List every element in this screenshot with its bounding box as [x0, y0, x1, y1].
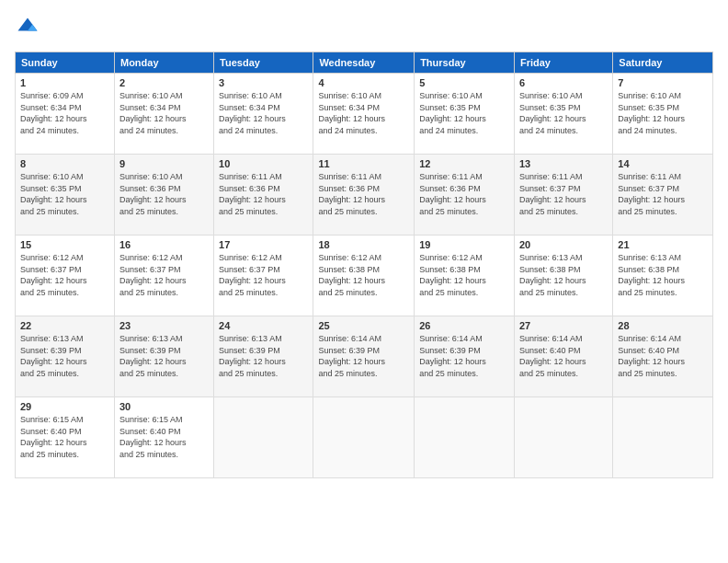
- calendar-week-row: 29Sunrise: 6:15 AMSunset: 6:40 PMDayligh…: [16, 397, 713, 478]
- day-info: Sunrise: 6:14 AMSunset: 6:39 PMDaylight:…: [419, 333, 509, 379]
- calendar-cell: 15Sunrise: 6:12 AMSunset: 6:37 PMDayligh…: [16, 236, 115, 316]
- calendar-cell: 14Sunrise: 6:11 AMSunset: 6:37 PMDayligh…: [613, 155, 713, 236]
- calendar-cell: 7Sunrise: 6:10 AMSunset: 6:35 PMDaylight…: [613, 74, 713, 155]
- day-info: Sunrise: 6:09 AMSunset: 6:34 PMDaylight:…: [20, 90, 109, 136]
- day-info: Sunrise: 6:10 AMSunset: 6:35 PMDaylight:…: [618, 90, 708, 136]
- calendar-week-row: 22Sunrise: 6:13 AMSunset: 6:39 PMDayligh…: [16, 316, 713, 397]
- calendar-cell: 1Sunrise: 6:09 AMSunset: 6:34 PMDaylight…: [16, 74, 115, 155]
- calendar-cell: [415, 397, 515, 478]
- calendar-cell: 20Sunrise: 6:13 AMSunset: 6:38 PMDayligh…: [514, 236, 612, 316]
- day-number: 26: [419, 320, 509, 331]
- day-info: Sunrise: 6:11 AMSunset: 6:36 PMDaylight:…: [219, 171, 308, 217]
- day-info: Sunrise: 6:10 AMSunset: 6:35 PMDaylight:…: [20, 171, 109, 217]
- day-info: Sunrise: 6:11 AMSunset: 6:36 PMDaylight:…: [419, 171, 509, 217]
- calendar-cell: 21Sunrise: 6:13 AMSunset: 6:38 PMDayligh…: [613, 236, 713, 316]
- calendar-cell: 18Sunrise: 6:12 AMSunset: 6:38 PMDayligh…: [313, 236, 415, 316]
- calendar-cell: 29Sunrise: 6:15 AMSunset: 6:40 PMDayligh…: [16, 397, 115, 478]
- day-info: Sunrise: 6:15 AMSunset: 6:40 PMDaylight:…: [20, 414, 109, 460]
- calendar-cell: 28Sunrise: 6:14 AMSunset: 6:40 PMDayligh…: [613, 316, 713, 397]
- day-number: 8: [20, 158, 109, 169]
- day-info: Sunrise: 6:10 AMSunset: 6:34 PMDaylight:…: [219, 90, 308, 136]
- day-info: Sunrise: 6:12 AMSunset: 6:37 PMDaylight:…: [119, 252, 209, 298]
- calendar-header-monday: Monday: [114, 52, 213, 74]
- day-info: Sunrise: 6:10 AMSunset: 6:35 PMDaylight:…: [419, 90, 509, 136]
- day-info: Sunrise: 6:12 AMSunset: 6:38 PMDaylight:…: [419, 252, 509, 298]
- day-info: Sunrise: 6:12 AMSunset: 6:37 PMDaylight:…: [20, 252, 109, 298]
- day-info: Sunrise: 6:11 AMSunset: 6:36 PMDaylight:…: [318, 171, 409, 217]
- calendar-week-row: 15Sunrise: 6:12 AMSunset: 6:37 PMDayligh…: [16, 236, 713, 316]
- day-number: 1: [20, 77, 109, 88]
- day-info: Sunrise: 6:10 AMSunset: 6:34 PMDaylight:…: [119, 90, 209, 136]
- day-number: 30: [119, 401, 209, 412]
- calendar-cell: 9Sunrise: 6:10 AMSunset: 6:36 PMDaylight…: [114, 155, 213, 236]
- calendar-cell: 10Sunrise: 6:11 AMSunset: 6:36 PMDayligh…: [214, 155, 313, 236]
- calendar-header-row: SundayMondayTuesdayWednesdayThursdayFrid…: [16, 52, 713, 74]
- day-number: 6: [519, 77, 608, 88]
- calendar-week-row: 1Sunrise: 6:09 AMSunset: 6:34 PMDaylight…: [16, 74, 713, 155]
- day-number: 4: [318, 77, 409, 88]
- calendar-header-sunday: Sunday: [16, 52, 115, 74]
- day-number: 17: [219, 239, 308, 250]
- calendar-cell: [514, 397, 612, 478]
- calendar-cell: [214, 397, 313, 478]
- calendar-cell: 17Sunrise: 6:12 AMSunset: 6:37 PMDayligh…: [214, 236, 313, 316]
- calendar-cell: 2Sunrise: 6:10 AMSunset: 6:34 PMDaylight…: [114, 74, 213, 155]
- logo-icon: [15, 15, 40, 40]
- calendar-cell: 11Sunrise: 6:11 AMSunset: 6:36 PMDayligh…: [313, 155, 415, 236]
- day-number: 10: [219, 158, 308, 169]
- calendar-header-saturday: Saturday: [613, 52, 713, 74]
- day-info: Sunrise: 6:11 AMSunset: 6:37 PMDaylight:…: [519, 171, 608, 217]
- day-number: 28: [618, 320, 708, 331]
- day-info: Sunrise: 6:14 AMSunset: 6:39 PMDaylight:…: [318, 333, 409, 379]
- calendar-header-wednesday: Wednesday: [313, 52, 415, 74]
- day-number: 24: [219, 320, 308, 331]
- day-number: 25: [318, 320, 409, 331]
- calendar-week-row: 8Sunrise: 6:10 AMSunset: 6:35 PMDaylight…: [16, 155, 713, 236]
- day-info: Sunrise: 6:14 AMSunset: 6:40 PMDaylight:…: [618, 333, 708, 379]
- calendar-table: SundayMondayTuesdayWednesdayThursdayFrid…: [15, 52, 713, 478]
- day-number: 11: [318, 158, 409, 169]
- calendar-header-friday: Friday: [514, 52, 612, 74]
- day-info: Sunrise: 6:12 AMSunset: 6:37 PMDaylight:…: [219, 252, 308, 298]
- day-info: Sunrise: 6:10 AMSunset: 6:36 PMDaylight:…: [119, 171, 209, 217]
- day-info: Sunrise: 6:14 AMSunset: 6:40 PMDaylight:…: [519, 333, 608, 379]
- day-info: Sunrise: 6:10 AMSunset: 6:35 PMDaylight:…: [519, 90, 608, 136]
- day-number: 12: [419, 158, 509, 169]
- day-number: 3: [219, 77, 308, 88]
- calendar-header-tuesday: Tuesday: [214, 52, 313, 74]
- day-number: 14: [618, 158, 708, 169]
- logo: [15, 15, 44, 40]
- calendar-cell: 30Sunrise: 6:15 AMSunset: 6:40 PMDayligh…: [114, 397, 213, 478]
- day-info: Sunrise: 6:13 AMSunset: 6:38 PMDaylight:…: [519, 252, 608, 298]
- day-number: 29: [20, 401, 109, 412]
- calendar-cell: 22Sunrise: 6:13 AMSunset: 6:39 PMDayligh…: [16, 316, 115, 397]
- day-number: 16: [119, 239, 209, 250]
- day-number: 21: [618, 239, 708, 250]
- calendar-cell: 25Sunrise: 6:14 AMSunset: 6:39 PMDayligh…: [313, 316, 415, 397]
- calendar-header-thursday: Thursday: [415, 52, 515, 74]
- calendar-cell: 12Sunrise: 6:11 AMSunset: 6:36 PMDayligh…: [415, 155, 515, 236]
- day-number: 22: [20, 320, 109, 331]
- day-number: 20: [519, 239, 608, 250]
- calendar-cell: 3Sunrise: 6:10 AMSunset: 6:34 PMDaylight…: [214, 74, 313, 155]
- day-info: Sunrise: 6:10 AMSunset: 6:34 PMDaylight:…: [318, 90, 409, 136]
- page-container: SundayMondayTuesdayWednesdayThursdayFrid…: [0, 0, 728, 486]
- day-info: Sunrise: 6:12 AMSunset: 6:38 PMDaylight:…: [318, 252, 409, 298]
- calendar-cell: 5Sunrise: 6:10 AMSunset: 6:35 PMDaylight…: [415, 74, 515, 155]
- day-info: Sunrise: 6:11 AMSunset: 6:37 PMDaylight:…: [618, 171, 708, 217]
- day-info: Sunrise: 6:13 AMSunset: 6:38 PMDaylight:…: [618, 252, 708, 298]
- calendar-cell: 27Sunrise: 6:14 AMSunset: 6:40 PMDayligh…: [514, 316, 612, 397]
- calendar-cell: 8Sunrise: 6:10 AMSunset: 6:35 PMDaylight…: [16, 155, 115, 236]
- day-number: 23: [119, 320, 209, 331]
- day-number: 2: [119, 77, 209, 88]
- day-number: 19: [419, 239, 509, 250]
- day-info: Sunrise: 6:15 AMSunset: 6:40 PMDaylight:…: [119, 414, 209, 460]
- day-number: 9: [119, 158, 209, 169]
- header: [15, 15, 713, 40]
- calendar-cell: 4Sunrise: 6:10 AMSunset: 6:34 PMDaylight…: [313, 74, 415, 155]
- calendar-cell: 24Sunrise: 6:13 AMSunset: 6:39 PMDayligh…: [214, 316, 313, 397]
- calendar-cell: [313, 397, 415, 478]
- day-number: 15: [20, 239, 109, 250]
- day-number: 13: [519, 158, 608, 169]
- day-info: Sunrise: 6:13 AMSunset: 6:39 PMDaylight:…: [219, 333, 308, 379]
